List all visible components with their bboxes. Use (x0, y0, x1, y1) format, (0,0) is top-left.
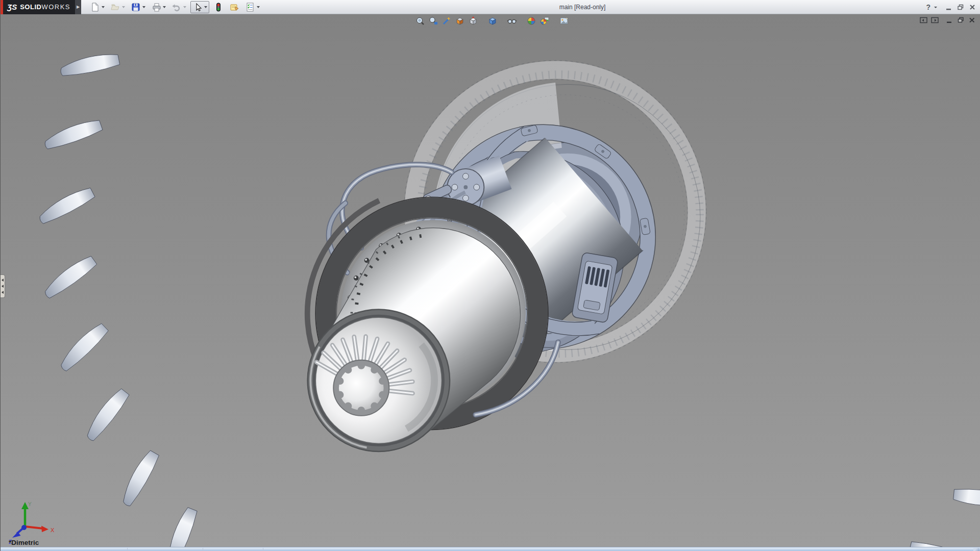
doc-minimize-button[interactable] (946, 16, 954, 24)
solidworks-logo: ƷS SOLID WORKS (1, 0, 75, 14)
help-button[interactable]: ? (926, 3, 930, 11)
note-hand-icon (229, 2, 239, 12)
view-orientation-icon (468, 16, 478, 26)
view-settings-button[interactable] (559, 16, 569, 26)
print-button[interactable] (150, 2, 167, 13)
collapse-arrow-icon (2, 279, 4, 282)
status-divider (203, 548, 203, 551)
previous-view-icon (442, 16, 452, 26)
edit-annotation-button[interactable] (228, 2, 241, 13)
eyeglasses-icon (507, 16, 517, 26)
toggle-left-pane-button[interactable] (919, 16, 928, 24)
new-document-button[interactable] (88, 2, 106, 13)
display-style-icon (487, 16, 498, 26)
print-icon (151, 2, 161, 12)
splined-hub (333, 360, 389, 416)
undo-icon (172, 2, 182, 12)
view-orientation-label: *Dimetric (9, 539, 39, 546)
select-tool-button[interactable] (190, 1, 209, 13)
x-axis-label: X (51, 527, 55, 533)
solidworks-window: ƷS SOLID WORKS ▶ (0, 0, 980, 551)
save-button[interactable] (129, 2, 147, 13)
apply-scene-button[interactable] (540, 16, 550, 26)
toggle-right-pane-button[interactable] (930, 16, 939, 24)
status-bar (1, 547, 980, 551)
open-button[interactable] (109, 2, 127, 13)
save-floppy-icon (131, 2, 141, 12)
close-button[interactable] (968, 4, 976, 11)
menu-expand-tab[interactable]: ▶ (75, 0, 81, 14)
headsup-view-toolbar (415, 16, 569, 26)
edit-appearance-button[interactable] (526, 16, 536, 26)
open-folder-icon (110, 2, 120, 12)
titlebar-controls: ? (926, 0, 976, 14)
window-title: main [Read-only] (531, 0, 633, 14)
restore-button[interactable] (957, 4, 965, 11)
help-caret-icon[interactable] (934, 7, 937, 8)
display-style-button[interactable] (487, 16, 498, 26)
collapse-arrow-icon (2, 291, 4, 294)
logo-glyph: ƷS (7, 3, 17, 11)
select-cursor-icon (192, 2, 203, 12)
section-view-button[interactable] (455, 16, 465, 26)
checklist-icon (245, 2, 255, 12)
viewport-canvas[interactable] (1, 14, 980, 547)
graphics-area: Y X Z *Dimetric (1, 14, 980, 547)
rebuild-button[interactable] (212, 2, 225, 13)
y-axis-label: Y (28, 502, 32, 507)
resize-grip[interactable] (973, 548, 979, 551)
zoom-to-area-button[interactable] (428, 16, 438, 26)
logo-red-accent (1, 0, 3, 14)
document-window-controls (919, 16, 977, 24)
brand-name-works: WORKS (41, 3, 70, 11)
main-toolbar (88, 1, 261, 13)
title-bar: ƷS SOLID WORKS ▶ (1, 0, 980, 14)
zoom-to-fit-icon (415, 16, 425, 26)
zoom-to-area-icon (428, 16, 438, 26)
new-document-icon (90, 2, 100, 12)
doc-restore-button[interactable] (957, 16, 966, 24)
appearance-ball-icon (526, 16, 536, 26)
undo-button[interactable] (170, 2, 188, 13)
zoom-to-fit-button[interactable] (415, 16, 425, 26)
traffic-light-icon (213, 2, 224, 12)
feature-panel-collapse-handle[interactable] (1, 274, 5, 298)
apply-scene-icon (540, 16, 550, 26)
collapse-arrow-icon (2, 285, 4, 288)
y-axis-arrow (21, 502, 29, 509)
view-settings-icon (559, 16, 569, 26)
previous-view-button[interactable] (442, 16, 452, 26)
status-divider (127, 548, 128, 551)
doc-close-button[interactable] (968, 16, 977, 24)
status-divider (263, 548, 263, 551)
options-button[interactable] (243, 2, 261, 13)
minimize-button[interactable] (945, 4, 953, 11)
x-axis-arrow (41, 526, 48, 533)
brand-name-solid: SOLID (20, 3, 41, 11)
view-orientation-button[interactable] (468, 16, 478, 26)
hide-show-items-button[interactable] (507, 16, 517, 26)
section-view-icon (455, 16, 465, 26)
